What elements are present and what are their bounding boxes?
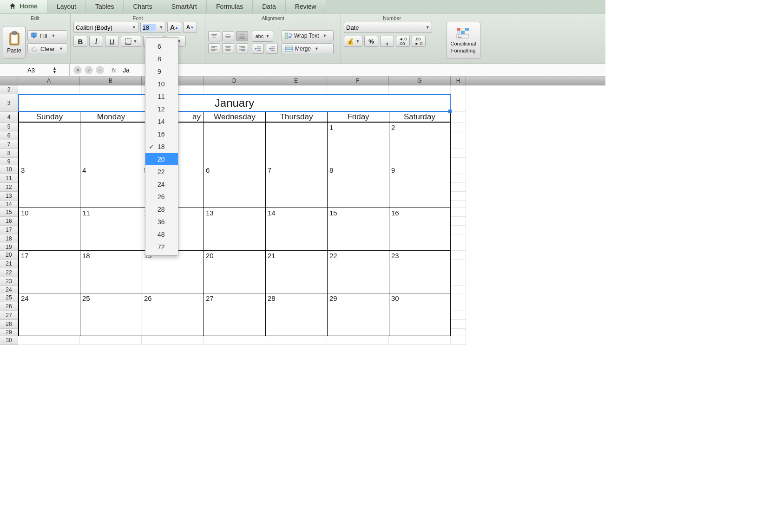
calendar-day-cell[interactable]: 9: [389, 165, 451, 208]
tab-home[interactable]: Home: [0, 0, 47, 13]
decrease-indent-button[interactable]: [252, 44, 264, 54]
currency-button[interactable]: 💰▼: [344, 36, 362, 47]
cell[interactable]: [451, 234, 466, 243]
calendar-day-cell[interactable]: 30: [389, 293, 451, 336]
calendar-day-cell[interactable]: 15: [327, 208, 389, 250]
increase-decimal-button[interactable]: ◄.0.00: [396, 36, 410, 47]
row-header[interactable]: 23: [0, 277, 18, 286]
paste-button[interactable]: Paste: [3, 26, 26, 58]
calendar-day-cell[interactable]: 7: [265, 165, 327, 208]
tab-smartart[interactable]: SmartArt: [162, 0, 207, 13]
calendar-day-cell[interactable]: 27: [204, 293, 265, 336]
column-header[interactable]: B: [80, 77, 142, 85]
calendar-day-cell[interactable]: 16: [389, 208, 451, 250]
column-header[interactable]: G: [389, 77, 451, 85]
selection-handle[interactable]: [448, 110, 452, 113]
cell[interactable]: [451, 94, 466, 112]
cell[interactable]: [451, 192, 466, 201]
align-left-button[interactable]: [208, 43, 220, 53]
font-size-option[interactable]: 9: [145, 65, 178, 78]
cell[interactable]: [451, 251, 466, 260]
calendar-day-header[interactable]: Friday: [327, 112, 389, 122]
font-size-option[interactable]: 72: [145, 240, 178, 253]
border-button[interactable]: ▼: [121, 36, 141, 47]
row-header[interactable]: 14: [0, 201, 18, 208]
calendar-day-cell[interactable]: 4: [80, 165, 142, 208]
number-format-input[interactable]: [346, 24, 422, 31]
align-middle-button[interactable]: [222, 31, 234, 41]
cell[interactable]: [389, 85, 451, 94]
align-center-button[interactable]: [222, 43, 234, 53]
tab-tables[interactable]: Tables: [86, 0, 124, 13]
cell[interactable]: [451, 201, 466, 208]
calendar-day-cell[interactable]: [80, 123, 142, 165]
row-header[interactable]: 19: [0, 243, 18, 251]
row-header[interactable]: 6: [0, 131, 18, 140]
row-header[interactable]: 15: [0, 208, 18, 217]
calendar-day-cell[interactable]: 8: [327, 165, 389, 208]
row-header[interactable]: 25: [0, 293, 18, 302]
cell[interactable]: [451, 165, 466, 174]
cell[interactable]: [80, 336, 142, 345]
bold-button[interactable]: B: [73, 36, 87, 47]
chevron-down-icon[interactable]: ▼: [159, 25, 164, 30]
cell[interactable]: [451, 286, 466, 293]
row-header[interactable]: 17: [0, 226, 18, 234]
font-size-option[interactable]: 22: [145, 165, 178, 178]
cell[interactable]: [451, 123, 466, 131]
decrease-font-button[interactable]: A▼: [183, 22, 197, 33]
calendar-day-header[interactable]: Sunday: [18, 112, 80, 122]
row-header[interactable]: 4: [0, 112, 18, 123]
row-header[interactable]: 30: [0, 336, 18, 345]
increase-font-button[interactable]: A▲: [167, 22, 181, 33]
font-size-option[interactable]: ✓18: [145, 140, 178, 153]
calendar-day-cell[interactable]: 24: [18, 293, 80, 336]
select-all-corner[interactable]: [0, 77, 18, 85]
calendar-day-cell[interactable]: 22: [327, 251, 389, 293]
calendar-day-cell[interactable]: [18, 123, 80, 165]
cell[interactable]: [451, 226, 466, 234]
calendar-day-cell[interactable]: [204, 123, 265, 165]
conditional-formatting-button[interactable]: ≤≥ Conditional Formatting: [446, 22, 480, 59]
cell[interactable]: [451, 243, 466, 251]
calendar-day-header[interactable]: Monday: [80, 112, 142, 122]
merge-button[interactable]: Merge▼: [282, 43, 334, 54]
row-header[interactable]: 20: [0, 251, 18, 260]
calendar-day-cell[interactable]: 13: [204, 208, 265, 250]
cell[interactable]: [451, 183, 466, 192]
calendar-title-cell[interactable]: January: [18, 94, 451, 112]
cell[interactable]: [451, 131, 466, 140]
calendar-day-cell[interactable]: 23: [389, 251, 451, 293]
row-header[interactable]: 5: [0, 123, 18, 131]
calendar-day-cell[interactable]: 18: [80, 251, 142, 293]
comma-button[interactable]: ,: [380, 36, 394, 47]
row-header[interactable]: 13: [0, 192, 18, 201]
clear-button[interactable]: Clear ▼: [27, 43, 67, 54]
font-name-input[interactable]: [76, 24, 128, 31]
font-size-dropdown[interactable]: 6891011121416✓182022242628364872: [145, 37, 178, 256]
cell[interactable]: [18, 85, 80, 94]
cell[interactable]: [451, 311, 466, 320]
column-header[interactable]: F: [327, 77, 389, 85]
underline-button[interactable]: U: [105, 36, 119, 47]
tab-layout[interactable]: Layout: [47, 0, 86, 13]
stepper-icon[interactable]: ▲▼: [53, 66, 57, 74]
cell[interactable]: [327, 85, 389, 94]
font-size-option[interactable]: 48: [145, 228, 178, 240]
cell[interactable]: [451, 140, 466, 149]
font-size-option[interactable]: 10: [145, 78, 178, 90]
cell[interactable]: [451, 320, 466, 329]
cell[interactable]: [80, 85, 142, 94]
align-right-button[interactable]: [236, 43, 248, 53]
font-size-option[interactable]: 16: [145, 128, 178, 140]
tab-review[interactable]: Review: [286, 0, 326, 13]
font-size-input[interactable]: [143, 24, 156, 31]
calendar-day-cell[interactable]: 29: [327, 293, 389, 336]
row-header[interactable]: 12: [0, 183, 18, 192]
calendar-day-cell[interactable]: 17: [18, 251, 80, 293]
cell[interactable]: [451, 336, 466, 345]
cell[interactable]: [451, 217, 466, 226]
cell[interactable]: [451, 112, 466, 123]
calendar-day-cell[interactable]: 11: [80, 208, 142, 250]
calendar-day-cell[interactable]: 21: [265, 251, 327, 293]
